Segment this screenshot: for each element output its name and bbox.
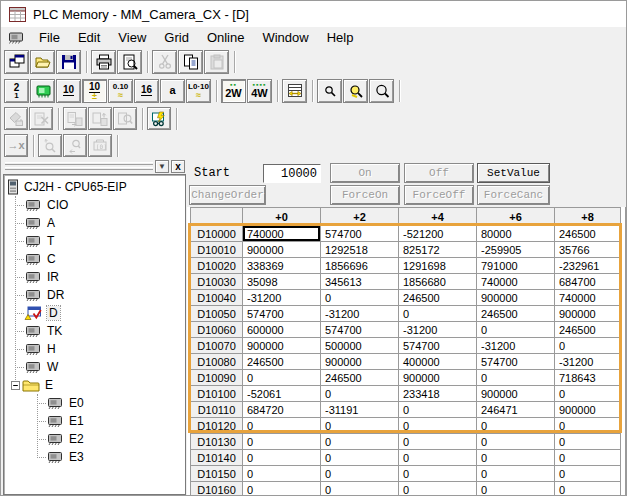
start-address-input[interactable] (263, 164, 321, 183)
display-decimal-button[interactable]: 10 (56, 79, 81, 103)
memory-cell[interactable]: 900000 (555, 402, 621, 418)
zoom-default-button[interactable] (343, 79, 368, 103)
memory-cell[interactable]: 0 (555, 418, 621, 434)
tree-item-dr[interactable]: DR (4, 286, 185, 304)
memory-cell[interactable]: 500000 (321, 338, 399, 354)
memory-cell[interactable]: 740000 (243, 226, 321, 242)
display-float-button[interactable]: 0.10≈ (108, 79, 133, 103)
memory-cell[interactable]: 80000 (477, 226, 555, 242)
memory-cell[interactable]: 0 (477, 482, 555, 496)
memory-cell[interactable]: 246500 (321, 370, 399, 386)
memory-cell[interactable]: 0 (321, 290, 399, 306)
memory-cell[interactable]: 0 (399, 482, 477, 496)
memory-cell[interactable]: 0 (243, 370, 321, 386)
memory-cell[interactable]: -31200 (243, 290, 321, 306)
tree-item-e[interactable]: E (4, 376, 185, 394)
memory-cell[interactable]: 1856680 (399, 274, 477, 290)
menu-window[interactable]: Window (253, 29, 317, 46)
memory-cell[interactable]: 0 (399, 434, 477, 450)
memory-cell[interactable]: 246500 (243, 354, 321, 370)
tree-item-h[interactable]: H (4, 340, 185, 358)
memory-cell[interactable]: 345613 (321, 274, 399, 290)
memory-cell[interactable]: 0 (399, 418, 477, 434)
new-view-button[interactable] (4, 50, 29, 74)
display-signed-decimal-button[interactable]: 10± (82, 79, 107, 103)
memory-cell[interactable]: 0 (399, 466, 477, 482)
memory-cell[interactable]: 233418 (399, 386, 477, 402)
memory-cell[interactable]: 0 (399, 306, 477, 322)
display-2word-button[interactable]: ▪▪2W (221, 79, 246, 103)
memory-cell[interactable]: 0 (555, 338, 621, 354)
memory-cell[interactable]: 0 (555, 466, 621, 482)
memory-cell[interactable]: 0 (477, 434, 555, 450)
memory-cell[interactable]: 791000 (477, 258, 555, 274)
display-text-button[interactable]: a (160, 79, 185, 103)
memory-cell[interactable]: 246500 (555, 226, 621, 242)
display-binary-button[interactable]: 21 (4, 79, 29, 103)
dock-dropdown-button[interactable]: ▼ (155, 160, 169, 173)
memory-cell[interactable]: 0 (321, 418, 399, 434)
memory-cell[interactable]: 246500 (555, 322, 621, 338)
memory-cell[interactable]: 35098 (243, 274, 321, 290)
memory-cell[interactable]: 338369 (243, 258, 321, 274)
tree-item-tk[interactable]: TK (4, 322, 185, 340)
memory-cell[interactable]: 0 (243, 450, 321, 466)
tree-item-d[interactable]: D (4, 304, 185, 322)
memory-cell[interactable]: 246500 (399, 290, 477, 306)
memory-cell[interactable]: -31191 (321, 402, 399, 418)
memory-cell[interactable]: 1291698 (399, 258, 477, 274)
save-button[interactable] (56, 50, 81, 74)
memory-cell[interactable]: 900000 (243, 242, 321, 258)
memory-cell[interactable]: 246500 (477, 306, 555, 322)
memory-cell[interactable]: -31200 (477, 338, 555, 354)
memory-cell[interactable]: 0 (321, 466, 399, 482)
memory-cell[interactable]: 718643 (555, 370, 621, 386)
memory-cell[interactable]: 0 (243, 482, 321, 496)
memory-cell[interactable]: -232961 (555, 258, 621, 274)
memory-cell[interactable]: 0 (555, 434, 621, 450)
print-preview-button[interactable] (117, 50, 142, 74)
memory-cell[interactable]: 246471 (477, 402, 555, 418)
memory-cell[interactable]: 740000 (555, 290, 621, 306)
memory-cell[interactable]: 574700 (477, 354, 555, 370)
tree-item-ir[interactable]: IR (4, 268, 185, 286)
tree-item-t[interactable]: T (4, 232, 185, 250)
tree-item-e3[interactable]: E3 (4, 448, 185, 466)
memory-cell[interactable]: 35766 (555, 242, 621, 258)
memory-cell[interactable]: 0 (321, 482, 399, 496)
menu-online[interactable]: Online (198, 29, 254, 46)
memory-cell[interactable]: 900000 (243, 338, 321, 354)
tree-item-a[interactable]: A (4, 214, 185, 232)
open-button[interactable] (30, 50, 55, 74)
memory-cell[interactable]: 684700 (555, 274, 621, 290)
zoom-out-button[interactable] (369, 79, 394, 103)
tree-item-w[interactable]: W (4, 358, 185, 376)
memory-cell[interactable]: 0 (399, 402, 477, 418)
copy-button[interactable] (178, 50, 203, 74)
memory-cell[interactable]: 0 (477, 418, 555, 434)
memory-cell[interactable]: 740000 (477, 274, 555, 290)
memory-cell[interactable]: 574700 (321, 226, 399, 242)
display-double-float-button[interactable]: L0·10≈ (186, 79, 211, 103)
memory-cell[interactable]: 0 (321, 386, 399, 402)
tree-item-c[interactable]: C (4, 250, 185, 268)
dock-close-button[interactable]: x (171, 160, 185, 173)
memory-cell[interactable]: 0 (555, 450, 621, 466)
tree-item-e1[interactable]: E1 (4, 412, 185, 430)
tree-item-e2[interactable]: E2 (4, 430, 185, 448)
display-4word-button[interactable]: ▪▪▪▪4W (247, 79, 272, 103)
memory-cell[interactable]: 0 (477, 466, 555, 482)
memory-cell[interactable]: -521200 (399, 226, 477, 242)
memory-cell[interactable]: 900000 (399, 370, 477, 386)
memory-cell[interactable]: 0 (555, 482, 621, 496)
memory-cell[interactable]: 574700 (243, 306, 321, 322)
memory-cell[interactable]: 0 (477, 450, 555, 466)
memory-cell[interactable]: 900000 (477, 386, 555, 402)
display-bcd-button[interactable] (30, 79, 55, 103)
tree-expander-icon[interactable] (11, 381, 20, 390)
tree-item-cj2h-cpu65-eip[interactable]: CJ2H - CPU65-EIP (4, 178, 185, 196)
memory-cell[interactable]: 574700 (321, 322, 399, 338)
memory-cell[interactable]: 0 (243, 434, 321, 450)
dock-grip[interactable] (5, 162, 153, 170)
tree-item-cio[interactable]: CIO (4, 196, 185, 214)
